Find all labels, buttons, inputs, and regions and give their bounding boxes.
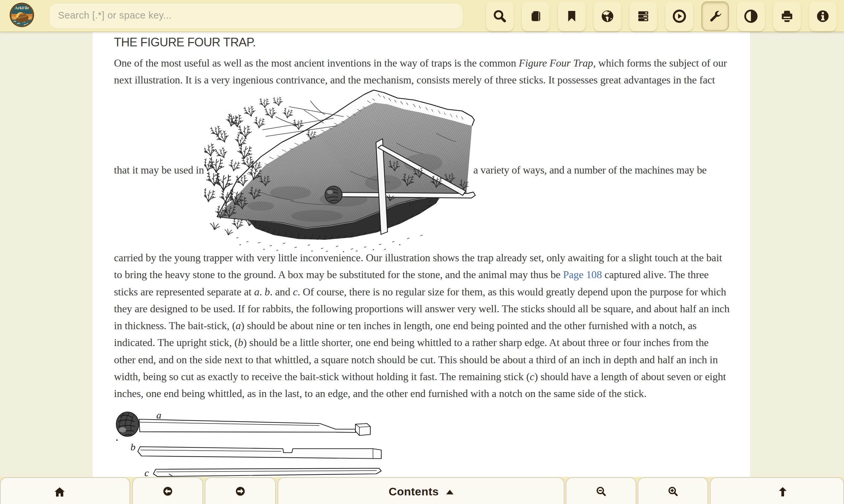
svg-text:c: c: [144, 467, 149, 477]
svg-text:ArkFile: ArkFile: [15, 5, 29, 10]
svg-text:a: a: [156, 410, 161, 420]
svg-text:b: b: [130, 442, 136, 452]
